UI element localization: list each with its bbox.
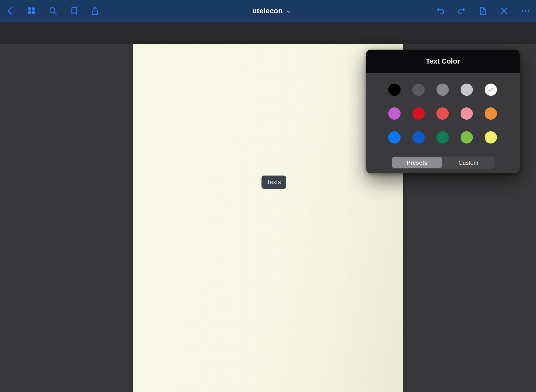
thumbnails-button[interactable] bbox=[25, 4, 38, 18]
swatch-grid bbox=[388, 84, 497, 144]
more-button[interactable] bbox=[519, 4, 532, 18]
notebook-page[interactable]: Texts bbox=[133, 44, 403, 392]
color-swatch-f1ee67[interactable] bbox=[485, 131, 497, 144]
redo-icon bbox=[457, 6, 466, 16]
undo-button[interactable] bbox=[434, 4, 447, 18]
toolbar: T HiraginoSans-... 16 T bbox=[0, 22, 536, 44]
color-swatch-59595e[interactable] bbox=[412, 84, 425, 96]
undo-icon bbox=[436, 6, 445, 16]
color-swatch-c65bd6[interactable] bbox=[388, 107, 401, 120]
add-page-button[interactable] bbox=[476, 4, 490, 18]
custom-tab[interactable]: Custom bbox=[442, 157, 495, 169]
document-title-group[interactable]: utelecon bbox=[252, 0, 291, 22]
bookmark-icon bbox=[69, 6, 79, 16]
color-swatch-7cc043[interactable] bbox=[461, 131, 473, 144]
add-page-icon bbox=[478, 6, 488, 16]
color-swatch-87878c[interactable] bbox=[436, 84, 449, 96]
share-icon bbox=[90, 6, 100, 16]
color-swatch-0b79f7[interactable] bbox=[388, 131, 401, 144]
back-icon bbox=[6, 6, 15, 16]
text-color-popover: Text Color Presets Custom bbox=[366, 50, 520, 173]
redo-button[interactable] bbox=[455, 4, 468, 18]
search-icon bbox=[48, 6, 58, 16]
bookmark-button[interactable] bbox=[67, 4, 81, 18]
color-swatch-c6c6cb[interactable] bbox=[461, 84, 473, 96]
notes-app-window: utelecon bbox=[0, 0, 536, 392]
share-button[interactable] bbox=[88, 4, 102, 18]
popover-title: Text Color bbox=[366, 50, 520, 73]
navbar: utelecon bbox=[0, 0, 536, 22]
color-swatch-0b5ccc[interactable] bbox=[412, 131, 425, 144]
chevron-down-icon bbox=[286, 9, 291, 14]
color-swatch-000000[interactable] bbox=[388, 84, 401, 96]
more-icon bbox=[521, 6, 530, 16]
thumbnails-icon bbox=[27, 6, 36, 16]
close-button[interactable] bbox=[497, 4, 511, 18]
color-swatch-ea4f4f[interactable] bbox=[436, 107, 449, 120]
close-icon bbox=[499, 6, 509, 16]
color-swatch-0f7d53[interactable] bbox=[436, 131, 449, 144]
presets-tab[interactable]: Presets bbox=[392, 157, 442, 168]
back-button[interactable] bbox=[4, 4, 17, 18]
color-swatch-f2919f[interactable] bbox=[461, 107, 473, 120]
color-swatch-ffffff[interactable] bbox=[485, 84, 497, 96]
color-swatch-ee9130[interactable] bbox=[485, 107, 497, 120]
color-swatch-d41421[interactable] bbox=[412, 107, 425, 120]
text-object[interactable]: Texts bbox=[261, 176, 286, 189]
search-button[interactable] bbox=[46, 4, 60, 18]
checkmark-icon bbox=[488, 86, 494, 93]
presets-custom-segmented-control: Presets Custom bbox=[392, 157, 495, 169]
document-title: utelecon bbox=[252, 7, 283, 15]
